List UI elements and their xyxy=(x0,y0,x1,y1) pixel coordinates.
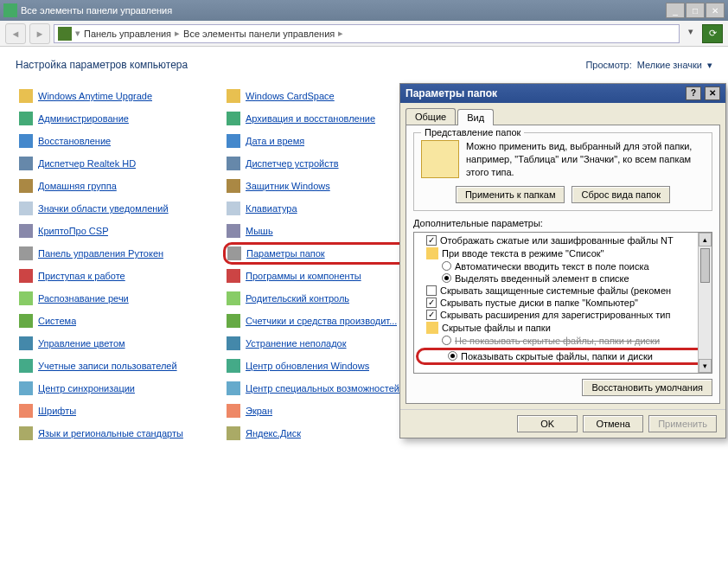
control-panel-item[interactable]: Управление цветом xyxy=(16,332,223,355)
item-icon xyxy=(227,134,240,148)
item-label: Значки области уведомлений xyxy=(38,203,169,214)
radio-icon[interactable] xyxy=(442,261,451,271)
item-icon xyxy=(227,179,240,193)
control-panel-item[interactable]: Система xyxy=(16,310,223,332)
folder-icon xyxy=(421,140,459,178)
tree-item[interactable]: Выделять введенный элемент в списке xyxy=(416,272,710,285)
item-icon xyxy=(227,157,240,170)
tree-item[interactable]: Скрывать расширения для зарегистрированн… xyxy=(416,309,710,321)
view-label: Просмотр: xyxy=(585,60,631,70)
reset-folders-button[interactable]: Сброс вида папок xyxy=(572,186,670,203)
dialog-help-button[interactable]: ? xyxy=(686,86,701,100)
tree-item-label: Выделять введенный элемент в списке xyxy=(455,273,629,284)
tree-item[interactable]: Скрывать пустые диски в папке "Компьютер… xyxy=(416,297,710,309)
tree-item[interactable]: Скрытые файлы и папки xyxy=(416,321,710,335)
folder-icon xyxy=(426,322,438,334)
folder-icon xyxy=(426,247,438,259)
radio-icon[interactable] xyxy=(442,336,451,345)
minimize-button[interactable]: _ xyxy=(666,3,685,18)
item-label: Дата и время xyxy=(246,136,304,146)
tree-item[interactable]: Отображать сжатые или зашифрованные файл… xyxy=(416,234,710,246)
scroll-thumb[interactable] xyxy=(700,248,710,283)
control-panel-item[interactable]: Значки области уведомлений xyxy=(16,197,223,220)
item-label: Windows CardSpace xyxy=(246,91,335,101)
control-panel-item[interactable]: Панель управления Рутокен xyxy=(16,242,223,265)
advanced-settings-tree[interactable]: Отображать сжатые или зашифрованные файл… xyxy=(413,232,712,374)
item-label: Центр специальных возможностей xyxy=(246,383,399,394)
tree-item[interactable]: Не показывать скрытые файлы, папки и дис… xyxy=(416,335,710,347)
close-button[interactable]: ✕ xyxy=(706,3,725,18)
maximize-button[interactable]: □ xyxy=(686,3,705,18)
apply-button[interactable]: Применить xyxy=(648,415,717,432)
checkbox-icon[interactable] xyxy=(426,235,437,246)
item-label: Мышь xyxy=(246,226,273,236)
tree-item-label: Скрывать расширения для зарегистрированн… xyxy=(440,310,670,320)
scroll-up-icon[interactable]: ▴ xyxy=(699,233,712,246)
checkbox-icon[interactable] xyxy=(426,310,437,320)
address-bar[interactable]: ▾ Панель управления ▸ Все элементы панел… xyxy=(54,24,680,43)
item-label: Экран xyxy=(246,406,272,416)
item-label: Клавиатура xyxy=(246,203,297,214)
item-label: Центр обновления Windows xyxy=(246,361,369,371)
item-label: Язык и региональные стандарты xyxy=(38,428,183,438)
tab-general[interactable]: Общие xyxy=(406,108,456,125)
item-label: Восстановление xyxy=(38,136,111,146)
breadcrumb-1[interactable]: Панель управления xyxy=(84,29,171,39)
item-icon xyxy=(227,291,240,305)
control-panel-item[interactable]: Диспетчер Realtek HD xyxy=(16,152,223,175)
scroll-down-icon[interactable]: ▾ xyxy=(699,359,712,373)
control-panel-item[interactable]: КриптоПро CSP xyxy=(16,220,223,242)
control-panel-item[interactable]: Учетные записи пользователей xyxy=(16,355,223,377)
checkbox-icon[interactable] xyxy=(426,298,437,308)
item-icon xyxy=(19,359,33,373)
item-label: Система xyxy=(38,316,76,326)
item-icon xyxy=(227,224,240,238)
item-label: Учетные записи пользователей xyxy=(38,361,177,371)
tree-item[interactable]: Автоматически вводить текст в поле поиск… xyxy=(416,260,710,272)
radio-icon[interactable] xyxy=(442,273,451,283)
chevron-down-icon[interactable]: ▾ xyxy=(707,60,712,71)
restore-defaults-button[interactable]: Восстановить умолчания xyxy=(582,379,712,396)
item-icon xyxy=(19,134,33,148)
control-panel-item[interactable]: Шрифты xyxy=(16,400,223,422)
item-label: Администрирование xyxy=(38,113,129,124)
apply-to-folders-button[interactable]: Применить к папкам xyxy=(456,186,565,203)
control-panel-item[interactable]: Центр синхронизации xyxy=(16,377,223,400)
nav-toolbar: ◄ ► ▾ Панель управления ▸ Все элементы п… xyxy=(0,21,728,47)
item-label: Windows Anytime Upgrade xyxy=(38,91,152,101)
breadcrumb-2[interactable]: Все элементы панели управления xyxy=(183,29,335,39)
checkbox-icon[interactable] xyxy=(426,285,437,296)
control-panel-item[interactable]: Приступая к работе xyxy=(16,265,223,287)
tree-item[interactable]: При вводе текста в режиме "Список" xyxy=(416,246,710,260)
ok-button[interactable]: OK xyxy=(517,415,578,432)
refresh-button[interactable]: ⟳ xyxy=(702,24,723,43)
control-panel-item[interactable]: Распознавание речи xyxy=(16,287,223,310)
tree-item-label: Скрытые файлы и папки xyxy=(442,323,551,333)
tab-view[interactable]: Вид xyxy=(457,109,494,125)
forward-button[interactable]: ► xyxy=(29,23,50,44)
control-panel-item[interactable]: Администрирование xyxy=(16,107,223,130)
radio-icon[interactable] xyxy=(448,351,457,361)
tree-item[interactable]: Скрывать защищенные системные файлы (рек… xyxy=(416,285,710,297)
tree-item[interactable]: Показывать скрытые файлы, папки и диски xyxy=(416,348,710,365)
cancel-button[interactable]: Отмена xyxy=(583,415,643,432)
address-dropdown[interactable]: ▾ xyxy=(683,26,699,42)
view-value[interactable]: Мелкие значки xyxy=(637,60,702,70)
item-label: Диспетчер Realtek HD xyxy=(38,158,136,169)
control-panel-item[interactable]: Windows Anytime Upgrade xyxy=(16,85,223,107)
item-icon xyxy=(227,202,240,215)
item-label: Программы и компоненты xyxy=(246,271,361,281)
tree-item-label: Отображать сжатые или зашифрованные файл… xyxy=(440,235,674,246)
control-panel-item[interactable]: Восстановление xyxy=(16,130,223,152)
item-icon xyxy=(19,291,33,305)
tree-item-label: Автоматически вводить текст в поле поиск… xyxy=(455,261,649,272)
item-icon xyxy=(227,336,240,350)
back-button[interactable]: ◄ xyxy=(5,23,26,44)
item-icon xyxy=(19,336,33,350)
control-panel-item[interactable]: Язык и региональные стандарты xyxy=(16,422,223,445)
item-icon xyxy=(19,246,33,260)
item-icon xyxy=(19,157,33,170)
dialog-close-button[interactable]: ✕ xyxy=(705,86,720,100)
scrollbar-vertical[interactable]: ▴ ▾ xyxy=(698,233,712,373)
control-panel-item[interactable]: Домашняя группа xyxy=(16,175,223,197)
